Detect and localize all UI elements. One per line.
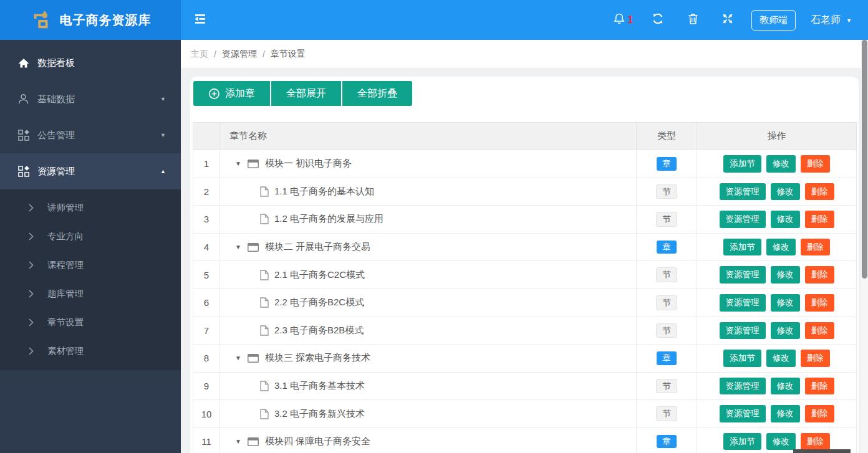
fullscreen-button[interactable] bbox=[710, 0, 745, 40]
add-chapter-label: 添加章 bbox=[225, 87, 255, 100]
sidebar-subitem[interactable]: 素材管理 bbox=[0, 336, 181, 365]
row-action-button[interactable]: 删除 bbox=[805, 294, 834, 312]
row-action-button[interactable]: 修改 bbox=[766, 350, 796, 367]
caret-down-icon[interactable]: ▼ bbox=[235, 355, 241, 361]
role-button[interactable]: 教师端 bbox=[751, 10, 796, 31]
vertical-scrollbar-thumb[interactable] bbox=[862, 40, 867, 279]
vertical-scrollbar[interactable] bbox=[861, 40, 868, 453]
chevron-right-icon bbox=[29, 232, 34, 241]
row-index: 7 bbox=[193, 317, 220, 345]
row-actions-cell: 资源管理修改删除 bbox=[697, 288, 857, 317]
row-action-button[interactable]: 删除 bbox=[805, 266, 834, 284]
row-action-button[interactable]: 删除 bbox=[801, 350, 830, 367]
row-action-button[interactable]: 删除 bbox=[805, 322, 834, 340]
clear-cache-button[interactable] bbox=[675, 0, 710, 40]
sidebar-submenu: 讲师管理专业方向课程管理题库管理章节设置素材管理 bbox=[0, 189, 181, 370]
row-actions-cell: 资源管理修改删除 bbox=[697, 372, 857, 400]
breadcrumb-item[interactable]: 主页 bbox=[191, 49, 208, 60]
caret-down-icon[interactable]: ▼ bbox=[235, 244, 241, 250]
row-actions-cell: 资源管理修改删除 bbox=[697, 317, 857, 345]
row-action-button[interactable]: 资源管理 bbox=[720, 322, 766, 340]
row-name-cell: 2.1 电子商务C2C模式 bbox=[220, 261, 637, 289]
row-action-button[interactable]: 删除 bbox=[805, 405, 834, 422]
sidebar-item-0[interactable]: 数据看板 bbox=[0, 45, 181, 81]
sidebar-subitem-label: 素材管理 bbox=[47, 345, 84, 357]
plus-circle-icon bbox=[208, 88, 220, 100]
row-name: 2.2 电子商务B2C模式 bbox=[220, 297, 636, 308]
row-action-button[interactable]: 资源管理 bbox=[720, 183, 766, 201]
row-action-button[interactable]: 修改 bbox=[771, 266, 800, 284]
row-action-button[interactable]: 修改 bbox=[771, 183, 800, 201]
row-action-button[interactable]: 资源管理 bbox=[720, 211, 766, 228]
row-name-label: 2.3 电子商务B2B模式 bbox=[274, 325, 364, 336]
row-action-button[interactable]: 资源管理 bbox=[720, 294, 766, 312]
sidebar-collapse-button[interactable] bbox=[181, 0, 219, 40]
row-name: 1.1 电子商务的基本认知 bbox=[220, 186, 636, 198]
row-action-button[interactable]: 删除 bbox=[801, 155, 830, 173]
row-action-button[interactable]: 添加节 bbox=[723, 155, 761, 173]
row-action-button[interactable]: 修改 bbox=[771, 322, 800, 340]
row-action-button[interactable]: 修改 bbox=[766, 155, 796, 173]
sidebar-subitem[interactable]: 章节设置 bbox=[0, 308, 181, 336]
expand-all-button[interactable]: 全部展开 bbox=[271, 81, 341, 106]
row-name-cell: ▼模块四 保障电子商务安全 bbox=[220, 427, 637, 453]
caret-down-icon[interactable]: ▼ bbox=[235, 160, 241, 167]
row-action-button[interactable]: 删除 bbox=[805, 211, 834, 228]
row-action-button[interactable]: 资源管理 bbox=[720, 266, 766, 284]
window-icon bbox=[248, 354, 259, 363]
sidebar-item-2[interactable]: 公告管理▼ bbox=[0, 117, 181, 153]
row-action-button[interactable]: 添加节 bbox=[723, 433, 761, 451]
chevron-right-icon bbox=[29, 290, 34, 298]
chevron-right-icon bbox=[29, 261, 34, 269]
row-action-button[interactable]: 修改 bbox=[771, 378, 800, 395]
row-action-button[interactable]: 删除 bbox=[801, 239, 830, 256]
row-action-button[interactable]: 修改 bbox=[771, 405, 800, 422]
sidebar-subitem[interactable]: 题库管理 bbox=[0, 279, 181, 308]
user-menu[interactable]: 石老师 ▼ bbox=[808, 14, 854, 27]
sidebar-subitem[interactable]: 课程管理 bbox=[0, 250, 181, 279]
sidebar-item-label: 公告管理 bbox=[37, 130, 75, 141]
chevron-down-icon: ▼ bbox=[846, 16, 852, 24]
collapse-all-button[interactable]: 全部折叠 bbox=[342, 81, 412, 106]
row-action-button[interactable]: 删除 bbox=[801, 433, 830, 451]
row-type-cell: 章 bbox=[637, 427, 697, 453]
breadcrumb-item[interactable]: 资源管理 bbox=[222, 49, 257, 60]
row-action-button[interactable]: 修改 bbox=[771, 294, 800, 312]
row-action-button[interactable]: 资源管理 bbox=[720, 405, 766, 422]
row-name-cell: ▼模块一 初识电子商务 bbox=[220, 150, 637, 178]
add-chapter-button[interactable]: 添加章 bbox=[193, 81, 270, 106]
sidebar-subitem[interactable]: 讲师管理 bbox=[0, 193, 181, 222]
notification-bell-button[interactable]: 1 bbox=[605, 0, 640, 40]
chevron-up-icon: ▲ bbox=[160, 168, 166, 174]
row-name: 3.2 电子商务新兴技术 bbox=[220, 408, 636, 420]
content-card: 添加章 全部展开 全部折叠 章节名称 类型 操作 bbox=[190, 77, 859, 453]
horizontal-scrollbar-thumb[interactable] bbox=[793, 449, 851, 453]
type-badge: 节 bbox=[656, 379, 677, 394]
caret-down-icon[interactable]: ▼ bbox=[235, 438, 241, 445]
row-name: 2.3 电子商务B2B模式 bbox=[220, 325, 636, 336]
row-action-button[interactable]: 添加节 bbox=[723, 239, 761, 256]
table-row: 93.1 电子商务基本技术节资源管理修改删除 bbox=[193, 372, 857, 400]
sidebar-subitem-label: 课程管理 bbox=[47, 259, 84, 271]
row-name-label: 模块三 探索电子商务技术 bbox=[265, 352, 370, 364]
row-action-button[interactable]: 添加节 bbox=[723, 350, 761, 367]
row-action-button[interactable]: 资源管理 bbox=[720, 378, 766, 395]
row-action-button[interactable]: 删除 bbox=[805, 183, 834, 201]
sidebar-item-3[interactable]: 资源管理▲ bbox=[0, 153, 181, 189]
main-area: 主页/资源管理/章节设置 添加章 全部展开 全部折叠 bbox=[181, 40, 868, 453]
app-root: 电子商务资源库 1 bbox=[0, 0, 868, 453]
breadcrumb-item[interactable]: 章节设置 bbox=[271, 49, 306, 60]
row-action-button[interactable]: 修改 bbox=[766, 239, 796, 256]
document-icon bbox=[260, 409, 269, 419]
chevron-down-icon: ▼ bbox=[160, 96, 166, 102]
row-type-cell: 节 bbox=[637, 206, 697, 234]
row-action-button[interactable]: 修改 bbox=[766, 433, 796, 451]
sidebar-item-1[interactable]: 基础数据▼ bbox=[0, 81, 181, 117]
type-badge: 章 bbox=[657, 351, 677, 365]
row-type-cell: 章 bbox=[637, 233, 697, 261]
row-action-button[interactable]: 修改 bbox=[771, 211, 800, 228]
sidebar-subitem[interactable]: 专业方向 bbox=[0, 222, 181, 250]
table-row: 72.3 电子商务B2B模式节资源管理修改删除 bbox=[193, 317, 857, 345]
row-action-button[interactable]: 删除 bbox=[805, 378, 834, 395]
refresh-button[interactable] bbox=[640, 0, 675, 40]
